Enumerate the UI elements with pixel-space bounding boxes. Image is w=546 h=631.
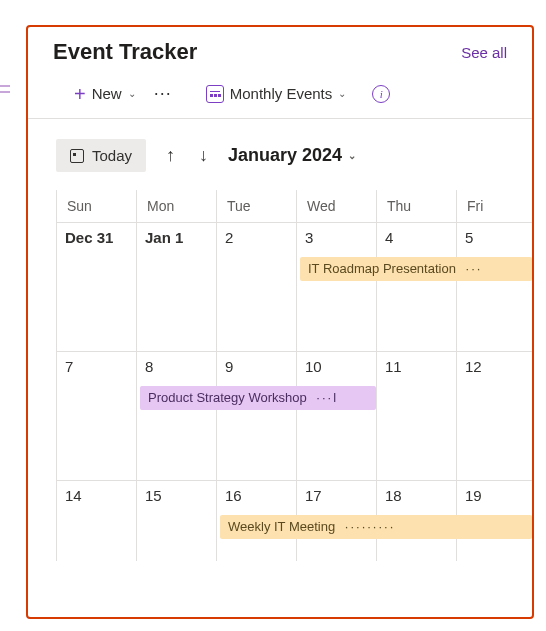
panel-header: Event Tracker See all xyxy=(28,27,532,65)
calendar-cell[interactable]: 8 xyxy=(137,352,217,480)
date-number: 11 xyxy=(385,358,402,375)
chevron-down-icon: ⌄ xyxy=(348,150,356,161)
next-arrow-button[interactable]: ↓ xyxy=(195,141,212,170)
month-selector[interactable]: January 2024 ⌄ xyxy=(228,145,356,166)
date-number: 8 xyxy=(145,358,153,375)
date-number: 7 xyxy=(65,358,73,375)
dow-header: Fri xyxy=(457,190,534,222)
toolbar: + New ⌄ ··· Monthly Events ⌄ i xyxy=(28,65,532,119)
more-actions-button[interactable]: ··· xyxy=(146,83,180,104)
date-number: 9 xyxy=(225,358,233,375)
calendar-cell[interactable]: 10 xyxy=(297,352,377,480)
prev-arrow-button[interactable]: ↑ xyxy=(162,141,179,170)
event-label: Product Strategy Workshop xyxy=(148,390,307,405)
calendar-cell[interactable]: 11 xyxy=(377,352,457,480)
calendar-cell[interactable]: Jan 1 xyxy=(137,223,217,351)
date-number: 10 xyxy=(305,358,322,375)
calendar-cell[interactable]: 14 xyxy=(57,481,137,561)
date-number: 15 xyxy=(145,487,162,504)
date-number: 19 xyxy=(465,487,482,504)
week-row: 14 15 16 17 18 19 Weekly IT Meeting ····… xyxy=(56,480,532,561)
dow-header: Thu xyxy=(377,190,457,222)
chevron-down-icon: ⌄ xyxy=(128,88,136,99)
month-label: January 2024 xyxy=(228,145,342,166)
event-continuation-icon: ···l xyxy=(316,386,338,410)
view-label: Monthly Events xyxy=(230,85,333,102)
dow-header: Tue xyxy=(217,190,297,222)
date-number: 12 xyxy=(465,358,482,375)
event-continuation-icon: ········· xyxy=(345,515,396,539)
date-number: 17 xyxy=(305,487,322,504)
see-all-link[interactable]: See all xyxy=(461,44,507,61)
calendar-cell[interactable]: 7 xyxy=(57,352,137,480)
calendar-icon xyxy=(206,85,224,103)
calendar-cell[interactable]: 5 xyxy=(457,223,534,351)
date-number: 5 xyxy=(465,229,473,246)
event-label: Weekly IT Meeting xyxy=(228,519,335,534)
date-number: 18 xyxy=(385,487,402,504)
calendar-cell[interactable]: 3 xyxy=(297,223,377,351)
event-weekly-it-meeting[interactable]: Weekly IT Meeting ········· xyxy=(220,515,532,539)
calendar-grid: Sun Mon Tue Wed Thu Fri Dec 31 Jan 1 2 3… xyxy=(56,190,532,561)
dow-header-row: Sun Mon Tue Wed Thu Fri xyxy=(56,190,532,222)
event-product-strategy[interactable]: Product Strategy Workshop ···l xyxy=(140,386,376,410)
calendar-cell[interactable]: 2 xyxy=(217,223,297,351)
partial-border-decoration xyxy=(0,85,10,93)
today-label: Today xyxy=(92,147,132,164)
info-icon[interactable]: i xyxy=(372,85,390,103)
event-tracker-panel: Event Tracker See all + New ⌄ ··· Monthl… xyxy=(26,25,534,619)
date-number: 14 xyxy=(65,487,82,504)
calendar-cell[interactable]: 12 xyxy=(457,352,534,480)
event-label: IT Roadmap Presentation xyxy=(308,261,456,276)
panel-title: Event Tracker xyxy=(53,39,197,65)
chevron-down-icon: ⌄ xyxy=(338,88,346,99)
event-it-roadmap[interactable]: IT Roadmap Presentation ··· xyxy=(300,257,532,281)
calendar-nav: Today ↑ ↓ January 2024 ⌄ xyxy=(28,119,532,186)
dow-header: Wed xyxy=(297,190,377,222)
view-selector[interactable]: Monthly Events ⌄ xyxy=(206,85,347,103)
week-row: Dec 31 Jan 1 2 3 4 5 IT Roadmap Presenta… xyxy=(56,222,532,351)
date-number: Jan 1 xyxy=(145,229,183,246)
plus-icon: + xyxy=(74,84,86,104)
date-number: 16 xyxy=(225,487,242,504)
dow-header: Mon xyxy=(137,190,217,222)
date-number: 3 xyxy=(305,229,313,246)
date-number: Dec 31 xyxy=(65,229,113,246)
today-button[interactable]: Today xyxy=(56,139,146,172)
new-button-label: New xyxy=(92,85,122,102)
week-row: 7 8 9 10 11 12 Product Strategy Workshop… xyxy=(56,351,532,480)
new-button[interactable]: + New ⌄ xyxy=(74,84,136,104)
date-number: 4 xyxy=(385,229,393,246)
today-icon xyxy=(70,149,84,163)
dow-header: Sun xyxy=(57,190,137,222)
calendar-cell[interactable]: Dec 31 xyxy=(57,223,137,351)
calendar-cell[interactable]: 4 xyxy=(377,223,457,351)
date-number: 2 xyxy=(225,229,233,246)
event-continuation-icon: ··· xyxy=(466,257,483,281)
calendar-cell[interactable]: 15 xyxy=(137,481,217,561)
calendar-cell[interactable]: 9 xyxy=(217,352,297,480)
